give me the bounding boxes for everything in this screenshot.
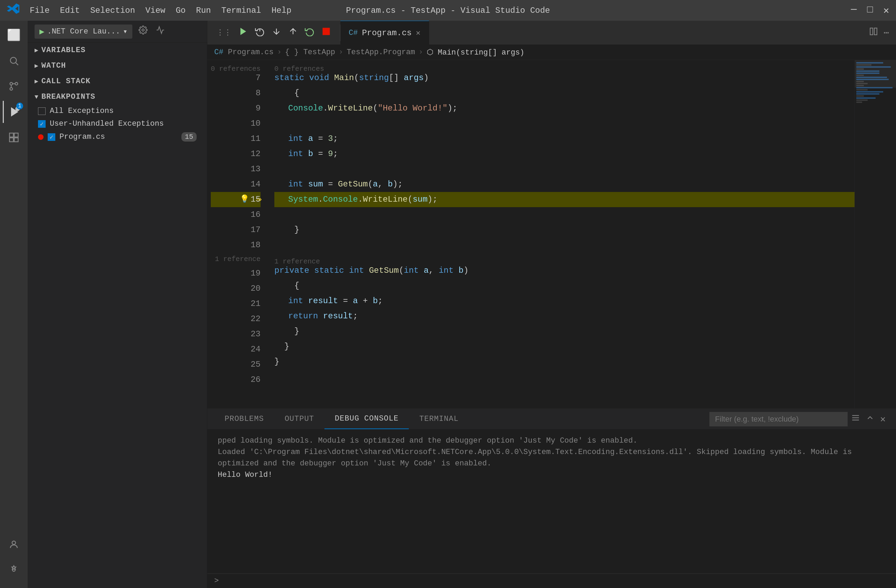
account-icon[interactable] — [3, 533, 25, 556]
code-lines[interactable]: 0 references static void Main(string[] a… — [267, 60, 855, 409]
step-into-icon[interactable] — [270, 24, 283, 41]
svg-rect-21 — [323, 27, 330, 35]
search-icon[interactable] — [3, 50, 25, 72]
tab-program-cs[interactable]: C# Program.cs ✕ — [340, 21, 429, 44]
code-line — [274, 207, 855, 222]
csharp-icon: C# — [214, 48, 228, 57]
list-item[interactable]: ✓ Program.cs 15 — [27, 130, 207, 144]
breadcrumb-sep-2: › — [338, 48, 343, 57]
prompt-arrow-icon: > — [214, 577, 219, 585]
breakpoints-chevron-icon — [35, 93, 39, 101]
console-line: pped loading symbols. Module is optimize… — [218, 435, 885, 447]
tab-debug-console[interactable]: DEBUG CONSOLE — [325, 409, 409, 429]
svg-rect-12 — [10, 138, 14, 141]
current-line-arrow: ⇒ — [256, 192, 262, 207]
window-controls: ─ □ ✕ — [851, 5, 889, 16]
split-editor-icon[interactable] — [869, 27, 878, 39]
menu-edit[interactable]: Edit — [60, 6, 80, 15]
user-unhandled-checkbox[interactable]: ✓ — [38, 120, 46, 128]
activity-bar-bottom — [3, 533, 25, 581]
code-line: { — [274, 278, 855, 293]
code-line: Console.WriteLine("Hello World!"); — [274, 101, 855, 116]
list-item[interactable]: ✓ User-Unhandled Exceptions — [27, 117, 207, 130]
tab-problems[interactable]: PROBLEMS — [214, 409, 274, 429]
tab-label: Program.cs — [362, 28, 411, 38]
editor-area: ⋮⋮ — [207, 21, 896, 588]
close-button[interactable]: ✕ — [883, 5, 889, 16]
references-label-2: 1 reference — [274, 253, 855, 263]
breadcrumb-namespace[interactable]: { } TestApp — [285, 48, 335, 57]
watch-header[interactable]: WATCH — [27, 58, 207, 73]
dots-icon: ⋮⋮ — [214, 26, 233, 40]
more-actions-icon[interactable]: ⋯ — [884, 27, 889, 38]
explorer-icon[interactable]: ⬜ — [3, 24, 25, 46]
settings-icon[interactable] — [3, 559, 25, 581]
program-cs-checkbox[interactable]: ✓ — [48, 133, 55, 141]
tab-close-icon[interactable]: ✕ — [416, 28, 420, 38]
sidebar: ▶ .NET Core Lau... ▾ VARIABLES — [27, 21, 207, 588]
menu-run[interactable]: Run — [196, 6, 211, 15]
tab-bar: ⋮⋮ — [207, 21, 896, 45]
breadcrumb-method[interactable]: ⬡ Main(string[] args) — [427, 48, 524, 57]
program-cs-label: Program.cs — [59, 132, 105, 141]
variables-section: VARIABLES — [27, 43, 207, 58]
code-line: int a = 3; — [274, 131, 855, 146]
code-editor[interactable]: 0 references 7 8 9 10 11 12 13 14 15 — [207, 60, 896, 409]
source-control-icon[interactable] — [3, 75, 25, 97]
tab-output[interactable]: OUTPUT — [274, 409, 325, 429]
minimap-viewport — [855, 60, 896, 88]
svg-point-16 — [142, 29, 145, 32]
console-line: Hello World! — [218, 469, 885, 481]
restart-icon[interactable] — [303, 24, 317, 41]
debug-config-area: ▶ .NET Core Lau... ▾ — [27, 21, 207, 43]
menu-terminal[interactable]: Terminal — [221, 6, 261, 15]
code-line — [274, 369, 855, 384]
menu-file[interactable]: File — [30, 6, 50, 15]
step-over-icon[interactable] — [253, 24, 267, 41]
step-out-icon[interactable] — [286, 24, 300, 41]
maximize-button[interactable]: □ — [867, 5, 873, 16]
extensions-icon[interactable] — [3, 126, 25, 149]
call-stack-section: CALL STACK — [27, 73, 207, 89]
bottom-panel: PROBLEMS OUTPUT DEBUG CONSOLE TERMINAL — [207, 409, 896, 588]
breadcrumb-class[interactable]: TestApp.Program — [347, 48, 415, 57]
all-exceptions-checkbox[interactable] — [38, 107, 46, 115]
stop-icon[interactable] — [319, 24, 333, 41]
activity-bar: ⬜ 1 1 — [0, 21, 27, 588]
menu-go[interactable]: Go — [175, 6, 186, 15]
list-item[interactable]: All Exceptions — [27, 105, 207, 117]
watch-chevron-icon — [35, 61, 39, 70]
code-line: { — [274, 86, 855, 101]
debug-settings-icon[interactable] — [137, 23, 149, 40]
line-numbers: 0 references 7 8 9 10 11 12 13 14 15 — [207, 60, 267, 409]
breakpoints-header[interactable]: BREAKPOINTS — [27, 89, 207, 105]
clear-console-icon[interactable] — [851, 413, 860, 425]
menu-view[interactable]: View — [145, 6, 166, 15]
code-line — [274, 162, 855, 177]
call-stack-header[interactable]: CALL STACK — [27, 73, 207, 89]
svg-point-2 — [10, 88, 13, 90]
panel-up-icon[interactable] — [866, 413, 875, 425]
menu-selection[interactable]: Selection — [90, 6, 135, 15]
continue-icon[interactable] — [236, 24, 250, 41]
minimize-button[interactable]: ─ — [851, 5, 857, 16]
breakpoint-dot — [38, 134, 44, 140]
titlebar: File Edit Selection View Go Run Terminal… — [0, 0, 896, 21]
console-input[interactable] — [222, 577, 889, 585]
lightbulb-icon[interactable]: 💡 — [240, 192, 249, 207]
all-exceptions-label: All Exceptions — [50, 107, 114, 115]
code-line: } — [274, 324, 855, 339]
panel-close-icon[interactable]: ✕ — [880, 414, 885, 425]
main-layout: ⬜ 1 1 — [0, 21, 896, 588]
code-line: private static int GetSum(int a, int b) — [274, 263, 855, 278]
breadcrumb-file[interactable]: C# Program.cs — [214, 48, 274, 57]
menu-help[interactable]: Help — [271, 6, 292, 15]
tab-terminal[interactable]: TERMINAL — [409, 409, 469, 429]
debug-config-selector[interactable]: ▶ .NET Core Lau... ▾ — [35, 24, 133, 39]
create-launch-icon[interactable] — [154, 23, 167, 40]
variables-header[interactable]: VARIABLES — [27, 43, 207, 58]
console-filter[interactable] — [709, 412, 848, 426]
debug-run-icon[interactable]: 1 1 — [3, 101, 25, 123]
svg-line-1 — [16, 63, 18, 65]
chevron-down-icon: ▾ — [123, 27, 128, 36]
